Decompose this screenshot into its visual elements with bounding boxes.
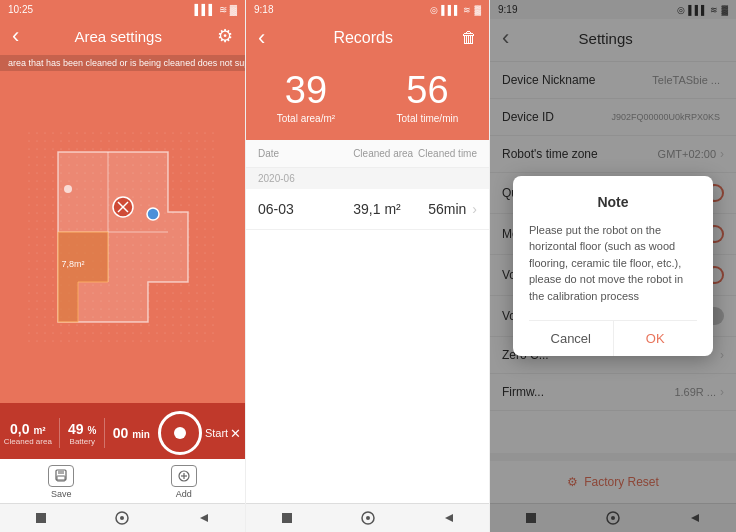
panel-records: 9:18 ◎ ▌▌▌ ≋ ▓ ‹ Records 🗑 39 Total area… bbox=[245, 0, 490, 532]
svg-point-12 bbox=[64, 185, 72, 193]
svg-marker-26 bbox=[445, 514, 453, 522]
floor-map-svg: 7,8m² bbox=[28, 132, 218, 342]
gear-button-area[interactable]: ⚙ bbox=[217, 25, 233, 47]
col-date-header: Date bbox=[258, 148, 352, 159]
back-button-sys-area[interactable] bbox=[195, 509, 213, 527]
time-records: 9:18 bbox=[254, 4, 273, 15]
svg-text:7,8m²: 7,8m² bbox=[61, 259, 84, 269]
close-start-icon[interactable]: ✕ bbox=[230, 426, 241, 441]
table-header: Date Cleaned area Cleaned time bbox=[246, 140, 489, 168]
wifi-icon-rec: ≋ bbox=[463, 5, 471, 15]
sys-nav-records bbox=[246, 503, 489, 532]
table-row[interactable]: 06-03 39,1 m² 56min › bbox=[246, 189, 489, 230]
signal-icon: ▌▌▌ bbox=[194, 4, 215, 15]
trash-button[interactable]: 🗑 bbox=[461, 29, 477, 47]
home-button-records[interactable] bbox=[359, 509, 377, 527]
stat-divider-1 bbox=[59, 418, 60, 448]
svg-point-11 bbox=[147, 208, 159, 220]
sys-nav-area bbox=[0, 503, 245, 532]
notice-bar: area that has been cleaned or is being c… bbox=[0, 55, 245, 71]
date-group: 2020-06 bbox=[246, 168, 489, 189]
wifi-icon: ≋ bbox=[219, 4, 227, 15]
stop-button-area[interactable] bbox=[32, 509, 50, 527]
stat-battery: 49 % Battery bbox=[68, 421, 96, 446]
stop-button-records[interactable] bbox=[278, 509, 296, 527]
start-button[interactable] bbox=[158, 411, 202, 455]
records-stats: 39 Total area/m² 56 Total time/min bbox=[246, 61, 489, 140]
rec-area-value: 39,1 m² bbox=[347, 201, 407, 217]
page-title-records: Records bbox=[265, 29, 461, 47]
bottom-stats: 0,0 m² Cleaned area 49 % Battery 00 min bbox=[0, 403, 245, 459]
svg-point-25 bbox=[366, 516, 370, 520]
add-icon bbox=[171, 465, 197, 487]
back-button-sys-records[interactable] bbox=[440, 509, 458, 527]
battery-icon-area: ▓ bbox=[230, 4, 237, 15]
stat-divider-2 bbox=[104, 418, 105, 448]
signal-icon-rec: ▌▌▌ bbox=[441, 5, 460, 15]
stat-cleaned-area: 0,0 m² Cleaned area bbox=[4, 421, 52, 446]
svg-point-21 bbox=[120, 516, 124, 520]
stat-time: 00 min Start ✕ bbox=[113, 411, 241, 455]
status-bar-records: 9:18 ◎ ▌▌▌ ≋ ▓ bbox=[246, 0, 489, 19]
modal-overlay: Note Please put the robot on the horizon… bbox=[490, 0, 736, 532]
svg-rect-14 bbox=[58, 470, 64, 474]
panel-area-settings: 10:25 ▌▌▌ ≋ ▓ ‹ Area settings ⚙ area tha… bbox=[0, 0, 245, 532]
start-label: Start bbox=[205, 427, 228, 439]
rec-date-value: 06-03 bbox=[258, 201, 347, 217]
back-button-records[interactable]: ‹ bbox=[258, 25, 265, 51]
stat-total-time: 56 Total time/min bbox=[397, 71, 459, 124]
modal-body: Please put the robot on the horizontal f… bbox=[529, 222, 697, 305]
stat-total-area: 39 Total area/m² bbox=[277, 71, 335, 124]
modal-ok-button[interactable]: OK bbox=[614, 321, 698, 356]
status-bar-area: 10:25 ▌▌▌ ≋ ▓ bbox=[0, 0, 245, 19]
panel-settings: 9:19 ◎ ▌▌▌ ≋ ▓ ‹ Settings Device Nicknam… bbox=[490, 0, 736, 532]
page-title-area: Area settings bbox=[19, 28, 217, 45]
header-area: ‹ Area settings ⚙ bbox=[0, 19, 245, 55]
save-nav-button[interactable]: Save bbox=[48, 465, 74, 499]
svg-rect-23 bbox=[282, 513, 292, 523]
modal-cancel-button[interactable]: Cancel bbox=[529, 321, 614, 356]
svg-rect-19 bbox=[36, 513, 46, 523]
status-icons-records: ◎ ▌▌▌ ≋ ▓ bbox=[430, 5, 481, 15]
modal-note: Note Please put the robot on the horizon… bbox=[513, 176, 713, 357]
bottom-nav-area: Save Add bbox=[0, 459, 245, 503]
battery-icon-rec: ▓ bbox=[474, 5, 481, 15]
map-area: 7,8m² bbox=[0, 71, 245, 403]
time-area: 10:25 bbox=[8, 4, 33, 15]
back-button-area[interactable]: ‹ bbox=[12, 23, 19, 49]
col-time-header: Cleaned time bbox=[414, 148, 477, 159]
modal-actions: Cancel OK bbox=[529, 320, 697, 356]
header-records: ‹ Records 🗑 bbox=[246, 19, 489, 61]
svg-marker-22 bbox=[200, 514, 208, 522]
rec-time-value: 56min bbox=[407, 201, 467, 217]
add-nav-button[interactable]: Add bbox=[171, 465, 197, 499]
location-icon: ◎ bbox=[430, 5, 438, 15]
col-area-header: Cleaned area bbox=[352, 148, 415, 159]
chevron-right-icon: › bbox=[472, 201, 477, 217]
save-icon bbox=[48, 465, 74, 487]
home-button-area[interactable] bbox=[113, 509, 131, 527]
status-icons-area: ▌▌▌ ≋ ▓ bbox=[194, 4, 237, 15]
modal-title: Note bbox=[529, 194, 697, 210]
